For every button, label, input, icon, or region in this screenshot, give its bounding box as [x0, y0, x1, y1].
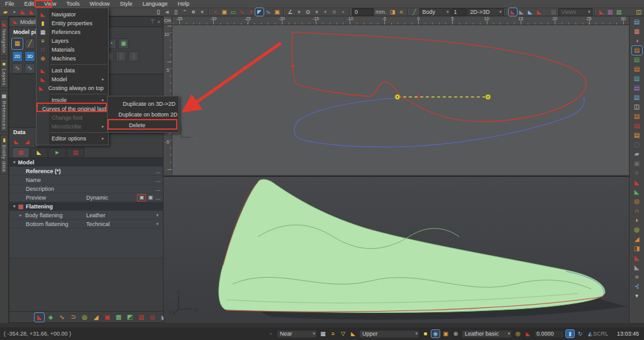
view-grid-icon[interactable]: ▦	[632, 27, 642, 36]
collapse-icon[interactable]: ▾	[13, 204, 16, 209]
last-view-striped-icon[interactable]: ◣	[509, 8, 517, 16]
measure-caret-icon[interactable]: ▾	[295, 8, 303, 16]
last-3d-body[interactable]	[219, 179, 605, 312]
lock-selection-icon[interactable]: ▣	[273, 8, 281, 16]
bulb-icon[interactable]: ○	[632, 273, 642, 281]
sidebar-tab-navigator[interactable]: ◣Navigator	[0, 19, 8, 56]
camera-icon[interactable]: ▣	[147, 195, 154, 201]
dropdown-icon[interactable]: ▾	[154, 213, 160, 218]
property-row-reference-[interactable]: Reference (*)...	[9, 167, 163, 176]
profile-blue-icon[interactable]: ∿	[25, 63, 35, 74]
snap-caret-icon[interactable]: ▾	[313, 8, 321, 16]
fill-blue-icon[interactable]: ▪	[339, 8, 347, 16]
ring-icon[interactable]: ◎	[514, 330, 522, 337]
lock-entities-icon[interactable]: ▣	[220, 8, 228, 16]
insole-circle-icon[interactable]: ◎	[632, 225, 642, 234]
view-lock2-icon[interactable]: ▤	[632, 131, 642, 140]
curve-red-icon[interactable]: ∿	[238, 8, 246, 16]
menu-item-costing-always-on-top[interactable]: ◣Costing always on top	[36, 84, 108, 93]
image-multi-icon[interactable]: ▩	[114, 313, 123, 322]
body-select-dropdown[interactable]: Body▾	[419, 8, 451, 16]
color-arrows-icon[interactable]: ▨	[615, 8, 623, 16]
menu-tools[interactable]: Tools	[61, 1, 84, 7]
curve-erase-icon[interactable]: ↗	[247, 8, 255, 16]
grid-toggle-icon[interactable]: ▦	[319, 330, 327, 337]
menu-help[interactable]: Help	[172, 1, 194, 7]
last-view-gray-icon[interactable]: ◣	[518, 8, 526, 16]
tolerance-field[interactable]: 0	[352, 8, 374, 16]
render-lamp-icon[interactable]: ¤	[189, 8, 197, 16]
views-icon-icon[interactable]: ▤	[550, 8, 558, 16]
lock-icon[interactable]: ▣	[441, 330, 450, 337]
paste-back-icon[interactable]: ◄	[163, 8, 171, 16]
target-ring-icon[interactable]: ◎	[148, 313, 157, 322]
window-toggle-icon[interactable]: ◫	[635, 8, 643, 16]
property-row-name[interactable]: Name...	[9, 176, 163, 184]
select-pointer-icon[interactable]: ◤	[255, 8, 264, 16]
views-select-dropdown[interactable]: Views▾	[558, 8, 592, 16]
last-top-curve-red[interactable]	[292, 32, 586, 122]
filter-toggle-icon[interactable]: ▽	[339, 330, 347, 337]
status-checkbox-icon[interactable]: ▫	[267, 330, 275, 337]
sidebar-tab-references[interactable]: ▦References	[0, 91, 8, 132]
draw-pen-icon[interactable]: ╱	[411, 8, 419, 16]
tab-lasts-icon[interactable]: ◣	[30, 147, 48, 157]
measure-icon[interactable]: ∠	[286, 8, 294, 16]
circle-tool-icon[interactable]: ○	[330, 8, 338, 16]
last-striped-icon[interactable]: ◣	[632, 254, 642, 263]
import-last-icon[interactable]: ◣	[19, 8, 27, 16]
menu-item-last-data[interactable]: ◣Last data	[36, 66, 108, 75]
delete-entity-icon[interactable]: ×	[211, 8, 219, 16]
property-row-bottom-flattening[interactable]: Bottom flatteningTechnical▾	[9, 220, 163, 229]
last-red-icon[interactable]: ◣	[35, 313, 44, 322]
last-point-icon[interactable]: ◣	[597, 8, 606, 16]
last-red-icon[interactable]: ◣	[524, 330, 532, 337]
curve-orange-icon[interactable]: ∿	[57, 313, 67, 322]
ring-orange-icon[interactable]: ◎	[632, 197, 642, 206]
last-flat-icon[interactable]: ◣	[632, 263, 642, 272]
last-green-icon[interactable]: ◣	[632, 188, 642, 196]
copy-piece-alt-icon[interactable]: ▯	[128, 51, 139, 62]
image-red-icon[interactable]: ▣	[103, 313, 112, 322]
property-value[interactable]: Technical	[84, 221, 154, 227]
viewport-2d[interactable]: x -35-30-25-20-15-10-5051015202530 1050-…	[164, 16, 629, 175]
property-value[interactable]: Leather	[84, 212, 154, 218]
region-select-icon[interactable]: ▭	[229, 8, 237, 16]
property-group-flattening[interactable]: ▾▤Flattening	[9, 202, 163, 211]
paste-icon[interactable]: ▯	[172, 8, 180, 16]
tab-flag-icon[interactable]: ►	[48, 147, 66, 157]
scissors-icon[interactable]: ⊰	[632, 282, 642, 291]
fold-icon[interactable]: ◨	[389, 8, 397, 16]
image-duo-icon[interactable]: ◩	[125, 313, 135, 322]
menu-view[interactable]: View	[39, 1, 61, 7]
property-row-preview[interactable]: PreviewDynamic▣▣...	[9, 193, 163, 202]
dropdown-icon[interactable]: ▾	[154, 222, 160, 227]
move-icon[interactable]: +	[321, 8, 330, 16]
badge-2d-icon[interactable]: 2D	[12, 51, 23, 62]
last-view-red-icon[interactable]: ◣	[535, 8, 543, 16]
last-right-icon[interactable]: ◢	[23, 138, 31, 146]
tab-lines-icon[interactable]: ▤	[67, 147, 84, 157]
view-purple-icon[interactable]: ▤	[632, 84, 642, 93]
image-red-alt-icon[interactable]: ▨	[136, 313, 146, 322]
save-icon[interactable]: ▪	[10, 8, 18, 16]
menu-item-entity-properties[interactable]: ▮Entity properties	[36, 19, 108, 28]
view-teal-icon[interactable]: ▤	[632, 74, 642, 83]
menu-item-navigator[interactable]: ◣Navigator	[36, 10, 108, 19]
view-disabled-icon[interactable]: ▢	[632, 140, 642, 149]
layer-number-field[interactable]: 1	[452, 8, 467, 16]
pin-icon[interactable]: ⊤	[150, 19, 155, 25]
last-view-blue-icon[interactable]: ◣	[526, 8, 535, 16]
view-red-icon[interactable]: ▤	[632, 122, 642, 130]
menu-edit[interactable]: Edit	[19, 1, 40, 7]
arc-orange-icon[interactable]: ⊃	[69, 313, 78, 322]
menu-item-layers[interactable]: ≡Layers	[36, 37, 108, 45]
view-pane-blue-icon[interactable]: ▤	[632, 18, 642, 26]
view-orange-icon[interactable]: ▤	[632, 65, 642, 74]
menu-item-curves-of-the-original-last[interactable]: Curves of the original last▸	[36, 105, 108, 113]
pieces-grid-icon[interactable]: ▦	[12, 38, 23, 49]
flag-blue-icon[interactable]: ▮	[566, 330, 574, 337]
tab-model-data-icon[interactable]: ▦	[12, 147, 30, 157]
piece-select-dropdown[interactable]: Upper▾	[359, 330, 419, 338]
menu-item-machines[interactable]: ⊛Machines	[36, 54, 108, 63]
